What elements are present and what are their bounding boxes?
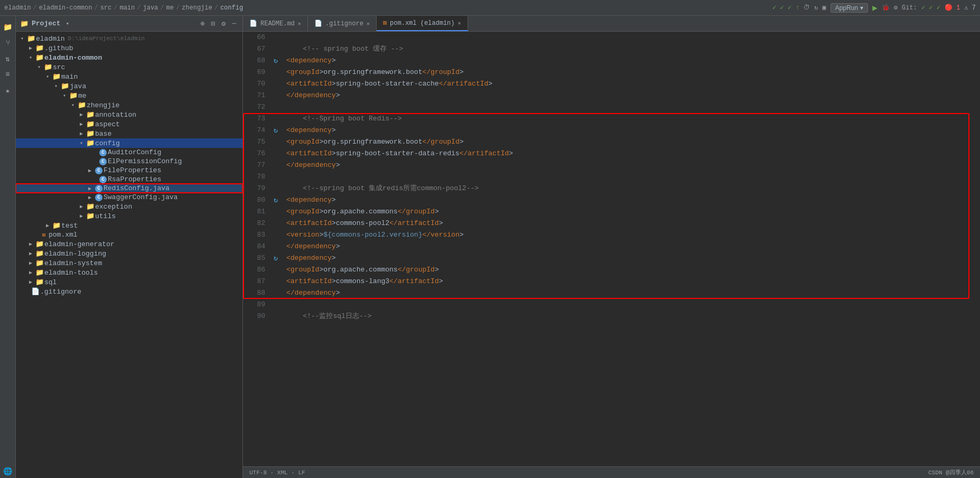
- code-line-78: [286, 171, 976, 183]
- main-label: main: [61, 73, 78, 81]
- tree-github[interactable]: ▶ 📁 .github: [16, 43, 242, 53]
- gitignore-tab-label: .gitignore: [325, 20, 363, 27]
- gutter-87: [269, 276, 282, 287]
- tree-file-properties[interactable]: ▶ C FileProperties: [16, 166, 242, 175]
- gutter-77: [269, 160, 282, 171]
- line-num-85: 85: [243, 252, 265, 264]
- tree-me[interactable]: ▾ 📁 me: [16, 91, 242, 100]
- base-label: base: [95, 130, 111, 138]
- commit-icon[interactable]: ⑂: [1, 36, 15, 50]
- tree-sql[interactable]: ▶ 📁 sql: [16, 277, 242, 287]
- tree-base[interactable]: ▶ 📁 base: [16, 129, 242, 138]
- tree-el-permission-config[interactable]: C ElPermissionConfig: [16, 157, 242, 166]
- tree-swagger-config[interactable]: ▶ C SwaggerConfig.java: [16, 193, 242, 202]
- tree-aspect[interactable]: ▶ 📁 aspect: [16, 119, 242, 129]
- root-arrow: ▾: [18, 35, 26, 42]
- gitignore-tab-close[interactable]: ✕: [367, 21, 370, 27]
- tree-src[interactable]: ▾ 📁 src: [16, 62, 242, 72]
- pom-xml-label: pom.xml: [49, 231, 78, 239]
- git-checkmarks: ✓ ✓ ✓: [772, 4, 791, 12]
- elpermission-label: ElPermissionConfig: [108, 157, 182, 165]
- tab-pom[interactable]: m pom.xml (eladmin) ✕: [377, 16, 468, 31]
- project-dropdown[interactable]: ▾: [66, 20, 70, 27]
- cycle-icon-74[interactable]: ↻: [274, 126, 278, 135]
- cycle-icon-68[interactable]: ↻: [274, 57, 278, 65]
- gitignore-tab-icon: 📄: [314, 20, 322, 27]
- logging-arrow: ▶: [26, 250, 35, 257]
- breadcrumb-me[interactable]: me: [166, 4, 174, 12]
- build-icon[interactable]: ⚙: [894, 4, 898, 12]
- minimize-icon[interactable]: —: [230, 18, 238, 29]
- locate-icon[interactable]: ⊕: [199, 18, 207, 29]
- rsa-icon: C: [98, 176, 108, 183]
- redis-arrow: ▶: [86, 185, 94, 192]
- breadcrumb-src[interactable]: src: [100, 4, 112, 12]
- aspect-label: aspect: [95, 120, 120, 128]
- tree-zhengjie[interactable]: ▾ 📁 zhengjie: [16, 100, 242, 110]
- swagger-label: SwaggerConfig.java: [104, 193, 178, 201]
- breadcrumb-zhengjie[interactable]: zhengjie: [182, 4, 212, 12]
- gutter-85: ↻: [269, 252, 282, 264]
- tree-main[interactable]: ▾ 📁 main: [16, 72, 242, 81]
- run-button[interactable]: ▶: [872, 3, 878, 13]
- breadcrumb-common[interactable]: eladmin-common: [39, 4, 92, 12]
- tree-pom-xml[interactable]: m pom.xml: [16, 230, 242, 239]
- tree-eladmin-logging[interactable]: ▶ 📁 eladmin-logging: [16, 249, 242, 258]
- tree-test[interactable]: ▶ 📁 test: [16, 221, 242, 230]
- tab-readme[interactable]: 📄 README.md ✕: [243, 16, 308, 31]
- git-label: Git:: [902, 4, 917, 12]
- tree-eladmin-common[interactable]: ▾ 📁 eladmin-common: [16, 53, 242, 62]
- code-line-74: <dependency>: [286, 125, 976, 136]
- zhengjie-arrow: ▾: [69, 102, 77, 108]
- apprun-button[interactable]: AppRun ▾: [830, 3, 868, 13]
- debug-icon[interactable]: 🐞: [882, 4, 890, 12]
- main-folder-icon: 📁: [52, 72, 61, 81]
- tree-exception[interactable]: ▶ 📁 exception: [16, 202, 242, 211]
- code-editor[interactable]: 6667686970717273747576777879808182838485…: [243, 32, 980, 466]
- tree-annotation[interactable]: ▶ 📁 annotation: [16, 110, 242, 119]
- collapse-icon[interactable]: ⊟: [209, 18, 218, 29]
- tree-root[interactable]: ▾ 📁 eladmin D:\ideaProject\eladmin: [16, 34, 242, 43]
- error-badge[interactable]: 🔴 1: [945, 4, 960, 12]
- tree-auditor-config[interactable]: C AuditorConfig: [16, 148, 242, 157]
- gutter: ↻↻↻↻: [269, 32, 282, 466]
- tree-gitignore-file[interactable]: 📄 .gitignore: [16, 287, 242, 296]
- logging-folder-icon: 📁: [35, 249, 44, 258]
- line-num-79: 79: [243, 183, 265, 194]
- git-square: ▣: [823, 4, 826, 12]
- rsa-label: RsaProperties: [108, 175, 161, 183]
- structure-icon[interactable]: ≡: [1, 68, 15, 81]
- tree-config[interactable]: ▾ 📁 config: [16, 138, 242, 148]
- code-content[interactable]: <!-- spring boot 缓存 --> <dependency> <gr…: [282, 32, 980, 466]
- breadcrumb-java[interactable]: java: [143, 4, 158, 12]
- settings-icon[interactable]: ⚙: [219, 18, 228, 29]
- cycle-icon-80[interactable]: ↻: [274, 196, 278, 204]
- tree-rsa-properties[interactable]: C RsaProperties: [16, 175, 242, 184]
- gutter-86: [269, 264, 282, 276]
- readme-tab-close[interactable]: ✕: [298, 21, 301, 27]
- web-icon[interactable]: 🌐: [1, 464, 15, 478]
- tree-java[interactable]: ▾ 📁 java: [16, 81, 242, 91]
- project-icon[interactable]: 📁: [1, 20, 15, 34]
- tree-eladmin-system[interactable]: ▶ 📁 eladmin-system: [16, 258, 242, 268]
- project-title: Project: [32, 20, 61, 27]
- cycle-icon-85[interactable]: ↻: [274, 254, 278, 263]
- tree-utils[interactable]: ▶ 📁 utils: [16, 211, 242, 221]
- pull-requests-icon[interactable]: ⇅: [1, 52, 15, 65]
- tree-redis-config[interactable]: ▶ C RedisConfig.java: [16, 184, 242, 193]
- pom-tab-close[interactable]: ✕: [458, 20, 461, 26]
- base-arrow: ▶: [77, 130, 86, 137]
- favorites-icon[interactable]: ★: [1, 83, 15, 97]
- tree-eladmin-tools[interactable]: ▶ 📁 eladmin-tools: [16, 268, 242, 277]
- annotation-folder-icon: 📁: [86, 110, 95, 119]
- tab-gitignore[interactable]: 📄 .gitignore ✕: [308, 16, 377, 31]
- gutter-79: [269, 183, 282, 194]
- warning-badge[interactable]: ⚠ 7: [964, 4, 976, 12]
- tree-eladmin-generator[interactable]: ▶ 📁 eladmin-generator: [16, 239, 242, 249]
- project-panel: 📁 Project ▾ ⊕ ⊟ ⚙ — ▾ 📁 eladmin D:\ideaP…: [16, 16, 243, 478]
- breadcrumb-config[interactable]: config: [220, 4, 243, 12]
- code-line-75: <groupId>org.springframework.boot</group…: [286, 136, 976, 148]
- breadcrumb-main[interactable]: main: [119, 4, 135, 12]
- auditor-label: AuditorConfig: [108, 148, 161, 156]
- breadcrumb-eladmin[interactable]: eladmin: [4, 4, 31, 12]
